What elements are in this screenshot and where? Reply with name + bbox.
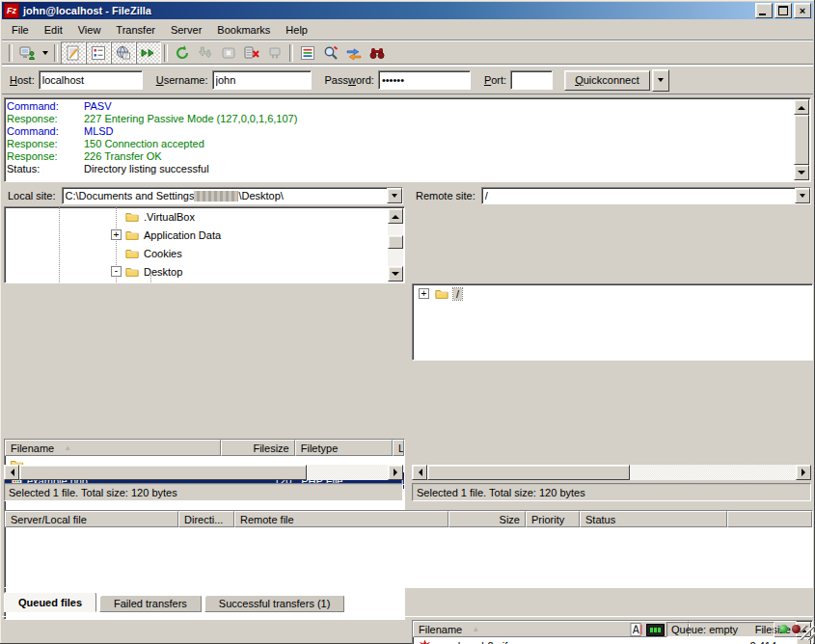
toolbar-separator: [164, 44, 168, 62]
site-manager-icon: [18, 44, 36, 62]
menu-server[interactable]: Server: [163, 22, 209, 38]
find-files-button[interactable]: [366, 42, 389, 64]
folder-icon: [124, 228, 140, 242]
remote-list-hscrollbar[interactable]: [412, 465, 811, 480]
expand-plus-icon[interactable]: [419, 288, 429, 299]
menu-edit[interactable]: Edit: [37, 22, 70, 38]
refresh-button[interactable]: [171, 42, 194, 64]
log-line: Command:MLSD: [7, 125, 810, 138]
toggle-queue-view-button[interactable]: [136, 41, 161, 65]
column-header-remote-file[interactable]: Remote file: [234, 511, 448, 527]
menu-file[interactable]: File: [4, 22, 37, 38]
port-input[interactable]: [510, 70, 553, 90]
collapse-minus-icon[interactable]: [111, 266, 122, 277]
scrollbar-thumb[interactable]: [427, 465, 630, 480]
column-header-filesize[interactable]: Filesize: [221, 440, 294, 456]
host-input[interactable]: [39, 70, 143, 90]
directory-comparison-button[interactable]: [319, 42, 342, 64]
minimize-icon: [759, 13, 766, 15]
scroll-left-button[interactable]: [412, 465, 427, 480]
column-header-size[interactable]: Size: [448, 511, 526, 527]
toggle-local-tree-button[interactable]: [86, 41, 111, 65]
remote-site-combobox[interactable]: /: [481, 187, 811, 204]
quickconnect-dropdown-button[interactable]: [652, 69, 669, 92]
toggle-remote-tree-button[interactable]: [111, 41, 136, 65]
column-header-server-local-file[interactable]: Server/Local file: [5, 511, 178, 527]
message-log: Command:PASV Response:227 Entering Passi…: [4, 97, 811, 182]
cancel-operation-button[interactable]: [217, 42, 240, 64]
tree-item-desktop[interactable]: Desktop: [5, 262, 404, 281]
scroll-down-button[interactable]: [794, 165, 809, 180]
remote-path: /: [485, 190, 810, 201]
expand-plus-icon[interactable]: [111, 229, 122, 240]
scrollbar-thumb[interactable]: [794, 115, 809, 165]
titlebar: john@localhost - FileZilla: [2, 2, 813, 19]
local-tree-icon: [90, 44, 107, 62]
tree-item-cookies[interactable]: Cookies: [5, 244, 404, 262]
disconnect-button[interactable]: [240, 42, 263, 64]
column-header-direction[interactable]: Directi...: [178, 511, 234, 527]
local-list-header: Filename Filesize Filetype L: [5, 440, 404, 456]
scroll-up-button[interactable]: [388, 208, 403, 224]
tree-item-root[interactable]: /: [413, 284, 812, 303]
scroll-right-button[interactable]: [796, 465, 811, 480]
find-files-icon: [368, 44, 386, 62]
scroll-down-button[interactable]: [388, 266, 403, 282]
close-button[interactable]: [794, 3, 811, 18]
disconnect-icon: [243, 44, 260, 62]
reconnect-button[interactable]: [263, 42, 286, 64]
reconnect-icon: [266, 44, 284, 62]
tree-item-virtualbox[interactable]: .VirtualBox: [5, 207, 404, 226]
menu-transfer[interactable]: Transfer: [108, 22, 163, 38]
redacted-username: [194, 191, 238, 201]
minimize-button[interactable]: [755, 3, 773, 18]
log-scrollbar[interactable]: [794, 99, 809, 180]
password-input[interactable]: [378, 70, 471, 90]
column-header-priority[interactable]: Priority: [526, 511, 580, 527]
menu-help[interactable]: Help: [278, 22, 315, 38]
column-header-lastmodified[interactable]: L: [393, 440, 404, 456]
column-header-status[interactable]: Status: [580, 511, 727, 527]
username-input[interactable]: [212, 70, 312, 90]
column-header-filetype[interactable]: Filetype: [295, 440, 393, 456]
remote-site-row: Remote site: /: [412, 186, 811, 205]
scrollbar-thumb[interactable]: [19, 465, 307, 480]
maximize-button[interactable]: [774, 3, 792, 18]
menu-bookmarks[interactable]: Bookmarks: [209, 22, 278, 38]
process-queue-button[interactable]: [194, 42, 217, 64]
remote-directory-tree: /: [412, 283, 813, 361]
toolbar-grip: [9, 44, 13, 62]
quickconnect-button[interactable]: Quickconnect: [564, 70, 650, 91]
local-tree-scrollbar[interactable]: [388, 208, 403, 282]
site-manager-dropdown-button[interactable]: [39, 42, 51, 64]
local-site-dropdown-button[interactable]: [387, 188, 402, 203]
remote-selection-status: Selected 1 file. Total size: 120 bytes: [412, 483, 811, 501]
log-line: Status:Directory listing successful: [7, 163, 810, 175]
local-site-row: Local site: C:\Documents and Settings\De…: [4, 186, 403, 205]
tab-queued-files[interactable]: Queued files: [4, 592, 96, 612]
resize-grip[interactable]: [801, 626, 815, 640]
site-manager-button[interactable]: [15, 42, 39, 64]
scroll-right-button[interactable]: [388, 465, 403, 480]
toggle-log-view-button[interactable]: [61, 41, 86, 65]
chevron-down-icon: [800, 194, 805, 201]
local-site-combobox[interactable]: C:\Documents and Settings\Desktop\: [62, 187, 403, 204]
local-selection-status: Selected 1 file. Total size: 120 bytes: [4, 483, 403, 501]
local-list-hscrollbar[interactable]: [4, 465, 403, 480]
maximize-icon: [778, 6, 788, 15]
column-header-filename[interactable]: Filename: [5, 440, 221, 456]
tab-successful-transfers[interactable]: Successful transfers (1): [204, 595, 345, 612]
tree-item-application-data[interactable]: Application Data: [5, 226, 404, 244]
tab-failed-transfers[interactable]: Failed transfers: [99, 595, 202, 612]
filter-button[interactable]: [296, 42, 319, 64]
menu-view[interactable]: View: [70, 22, 109, 38]
status-bar: Queue: empty: [2, 616, 813, 642]
remote-site-dropdown-button[interactable]: [795, 188, 810, 203]
scrollbar-thumb[interactable]: [388, 235, 403, 249]
comparison-icon: [322, 44, 340, 62]
remote-tree-icon: [115, 44, 132, 62]
synchronized-browsing-button[interactable]: [342, 42, 366, 64]
scroll-up-button[interactable]: [794, 99, 809, 115]
sync-browsing-icon: [345, 44, 363, 62]
scroll-left-button[interactable]: [4, 465, 19, 480]
